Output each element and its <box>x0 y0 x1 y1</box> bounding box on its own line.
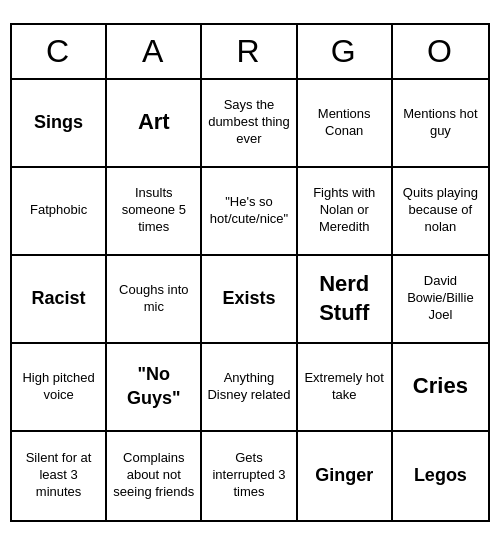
bingo-cell-18[interactable]: Extremely hot take <box>298 344 393 432</box>
header-letter-c: C <box>12 25 107 78</box>
bingo-cell-9[interactable]: Quits playing because of nolan <box>393 168 488 256</box>
bingo-cell-15[interactable]: High pitched voice <box>12 344 107 432</box>
bingo-cell-13[interactable]: Nerd Stuff <box>298 256 393 344</box>
bingo-cell-0[interactable]: Sings <box>12 80 107 168</box>
bingo-cell-11[interactable]: Coughs into mic <box>107 256 202 344</box>
bingo-cell-17[interactable]: Anything Disney related <box>202 344 297 432</box>
bingo-cell-10[interactable]: Racist <box>12 256 107 344</box>
bingo-grid: SingsArtSays the dumbest thing everMenti… <box>12 80 488 520</box>
header-letter-a: A <box>107 25 202 78</box>
bingo-cell-14[interactable]: David Bowie/Billie Joel <box>393 256 488 344</box>
bingo-cell-3[interactable]: Mentions Conan <box>298 80 393 168</box>
bingo-cell-21[interactable]: Complains about not seeing friends <box>107 432 202 520</box>
header-letter-g: G <box>298 25 393 78</box>
bingo-card: CARGO SingsArtSays the dumbest thing eve… <box>10 23 490 522</box>
bingo-cell-19[interactable]: Cries <box>393 344 488 432</box>
bingo-cell-1[interactable]: Art <box>107 80 202 168</box>
header-letter-o: O <box>393 25 488 78</box>
bingo-cell-16[interactable]: "No Guys" <box>107 344 202 432</box>
bingo-header: CARGO <box>12 25 488 80</box>
header-letter-r: R <box>202 25 297 78</box>
bingo-cell-5[interactable]: Fatphobic <box>12 168 107 256</box>
bingo-cell-24[interactable]: Legos <box>393 432 488 520</box>
bingo-cell-8[interactable]: Fights with Nolan or Meredith <box>298 168 393 256</box>
bingo-cell-7[interactable]: "He's so hot/cute/nice" <box>202 168 297 256</box>
bingo-cell-20[interactable]: Silent for at least 3 minutes <box>12 432 107 520</box>
bingo-cell-23[interactable]: Ginger <box>298 432 393 520</box>
bingo-cell-4[interactable]: Mentions hot guy <box>393 80 488 168</box>
bingo-cell-6[interactable]: Insults someone 5 times <box>107 168 202 256</box>
bingo-cell-22[interactable]: Gets interrupted 3 times <box>202 432 297 520</box>
bingo-cell-2[interactable]: Says the dumbest thing ever <box>202 80 297 168</box>
bingo-cell-12[interactable]: Exists <box>202 256 297 344</box>
